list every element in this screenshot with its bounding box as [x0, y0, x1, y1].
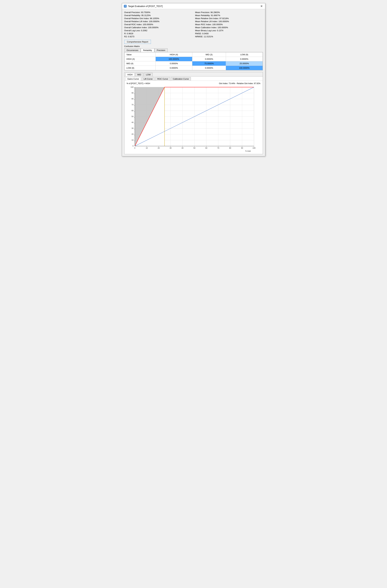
main-content: Overall Precision: 93.7500%Mean Precisio… — [122, 9, 265, 156]
svg-text:40: 40 — [131, 121, 133, 123]
matrix-col-header-1: HIGH (4) — [155, 52, 192, 57]
table-row: LOW (8)0.0000%0.0000%100.0000% — [125, 66, 262, 70]
metric-left-7: R: 0.9629 — [124, 32, 192, 35]
matrix-cell-2-0: 0.0000% — [155, 66, 192, 70]
target-tab-mid[interactable]: MID — [135, 73, 143, 76]
svg-text:30: 30 — [170, 147, 172, 149]
metric-left-1: Overall Reliability: 95.3125% — [124, 14, 192, 17]
title-bar: T Target Evaluation of [POST_TEST] ✕ — [122, 3, 265, 9]
svg-text:T: T — [125, 5, 126, 7]
matrix-row-label-1: MID (4) — [125, 61, 155, 66]
matrix-cell-0-0: 100.0000% — [155, 57, 192, 61]
title-bar-left: T Target Evaluation of [POST_TEST] — [124, 5, 163, 8]
metric-right-1: Mean Reliability: 91.6667% — [195, 14, 263, 17]
svg-text:% total: % total — [245, 150, 251, 152]
svg-text:20: 20 — [131, 133, 133, 135]
matrix-cell-2-2: 100.0000% — [226, 66, 262, 70]
target-tab-low[interactable]: LOW — [144, 73, 153, 76]
metric-right-6: Mean Binary Log-Loss: 0.1374 — [195, 29, 263, 32]
metric-right-0: Mean Precision: 96.2963% — [195, 11, 263, 14]
chart-wrapper: 0 10 20 30 40 50 60 70 80 90 100 0 10 — [127, 85, 260, 152]
chart-header: % of [POST_TEST] = HIGH Gini Index: 73.4… — [127, 82, 260, 84]
svg-text:50: 50 — [131, 115, 133, 117]
svg-text:0: 0 — [134, 147, 135, 149]
svg-text:50: 50 — [193, 147, 195, 149]
matrix-cell-0-2: 0.0000% — [226, 57, 262, 61]
metric-right-2: Mean Relative Gini Index: 97.9218% — [195, 17, 263, 20]
metric-right-7: RMSE: 0.0400 — [195, 32, 263, 35]
subtabs-outer: HIGHMIDLOW Gains CurveLift CurveROC Curv… — [124, 72, 263, 154]
svg-text:10: 10 — [131, 139, 133, 141]
tab-reliability[interactable]: Reliability — [141, 48, 154, 52]
svg-text:0: 0 — [132, 145, 133, 147]
tab-occurrences[interactable]: Occurrences — [124, 48, 141, 52]
curve-tabs: Gains CurveLift CurveROC CurveCalibratio… — [125, 77, 263, 81]
svg-text:20: 20 — [158, 147, 160, 149]
svg-text:90: 90 — [241, 147, 243, 149]
svg-text:80: 80 — [229, 147, 231, 149]
window-icon: T — [124, 5, 127, 8]
target-tab-high[interactable]: HIGH — [125, 73, 135, 76]
curve-tab-lift-curve[interactable]: Lift Curve — [142, 77, 155, 81]
metric-left-8: R2: 0.9273 — [124, 35, 192, 38]
svg-text:90: 90 — [131, 92, 133, 94]
svg-text:70: 70 — [217, 147, 219, 149]
matrix-col-header-2: MID (3) — [192, 52, 226, 57]
curve-tab-roc-curve[interactable]: ROC Curve — [155, 77, 170, 81]
chart-right-label: Gini Index: 73.44% - Relative Gini Index… — [219, 82, 260, 84]
svg-text:10: 10 — [146, 147, 148, 149]
metric-left-5: Overall Calibration Index: 100.0000% — [124, 26, 192, 29]
tab-precision[interactable]: Precision — [154, 48, 168, 52]
metric-right-8: NRMSE: 11.5151% — [195, 35, 263, 38]
matrix-container: ValueHIGH (4)MID (3)LOW (9) HIGH (4)100.… — [124, 52, 263, 70]
chart-left-label: % of [POST_TEST] = HIGH — [127, 82, 150, 84]
matrix-cell-0-1: 0.0000% — [192, 57, 226, 61]
chart-area: % of [POST_TEST] = HIGH Gini Index: 73.4… — [125, 81, 263, 154]
matrix-col-header-3: LOW (9) — [226, 52, 262, 57]
svg-text:100: 100 — [130, 86, 133, 88]
matrix-row-label-2: LOW (8) — [125, 66, 155, 70]
matrix-cell-1-1: 75.0000% — [192, 61, 226, 66]
matrix-col-header-0: Value — [125, 52, 155, 57]
confusion-matrix-title: Confusion Matrix — [124, 45, 263, 47]
matrix-table: ValueHIGH (4)MID (3)LOW (9) HIGH (4)100.… — [125, 52, 263, 70]
svg-text:40: 40 — [181, 147, 184, 149]
close-button[interactable]: ✕ — [260, 4, 263, 8]
comprehensive-report-button[interactable]: Comprehensive Report — [124, 40, 151, 44]
matrix-row-label-0: HIGH (4) — [125, 57, 155, 61]
svg-text:100: 100 — [252, 147, 255, 149]
metric-left-2: Overall Relative Gini Index: 98.1055% — [124, 17, 192, 20]
matrix-cell-1-0: 0.0000% — [155, 61, 192, 66]
metric-left-4: Overall ROC Index: 100.0000% — [124, 23, 192, 26]
metric-right-4: Mean ROC Index: 100.0000% — [195, 23, 263, 26]
svg-text:70: 70 — [131, 104, 133, 106]
confusion-matrix-tabs: OccurrencesReliabilityPrecision — [124, 48, 263, 52]
metric-left-0: Overall Precision: 93.7500% — [124, 11, 192, 14]
metrics-grid: Overall Precision: 93.7500%Mean Precisio… — [124, 11, 263, 38]
target-tabs: HIGHMIDLOW — [125, 72, 263, 77]
table-row: MID (4)0.0000%75.0000%25.0000% — [125, 61, 262, 66]
metric-left-6: Overall Log-Loss: 0.2062 — [124, 29, 192, 32]
metric-right-5: Mean Calibration Index: 100.0000% — [195, 26, 263, 29]
curve-tab-gains-curve[interactable]: Gains Curve — [125, 77, 141, 81]
svg-text:60: 60 — [205, 147, 207, 149]
svg-text:60: 60 — [131, 110, 133, 111]
gains-curve-chart: 0 10 20 30 40 50 60 70 80 90 100 0 10 — [127, 85, 260, 152]
matrix-cell-2-1: 0.0000% — [192, 66, 226, 70]
table-row: HIGH (4)100.0000%0.0000%0.0000% — [125, 57, 262, 61]
svg-text:80: 80 — [131, 98, 133, 100]
main-window: T Target Evaluation of [POST_TEST] ✕ Ove… — [122, 3, 265, 156]
metric-right-3: Mean Relative Lift Index: 100.0000% — [195, 20, 263, 23]
metric-left-3: Overall Relative Lift Index: 100.0000% — [124, 20, 192, 23]
svg-text:30: 30 — [131, 127, 133, 129]
matrix-cell-1-2: 25.0000% — [226, 61, 262, 66]
curve-tab-calibration-curve[interactable]: Calibration Curve — [171, 77, 191, 81]
window-title: Target Evaluation of [POST_TEST] — [128, 5, 163, 7]
